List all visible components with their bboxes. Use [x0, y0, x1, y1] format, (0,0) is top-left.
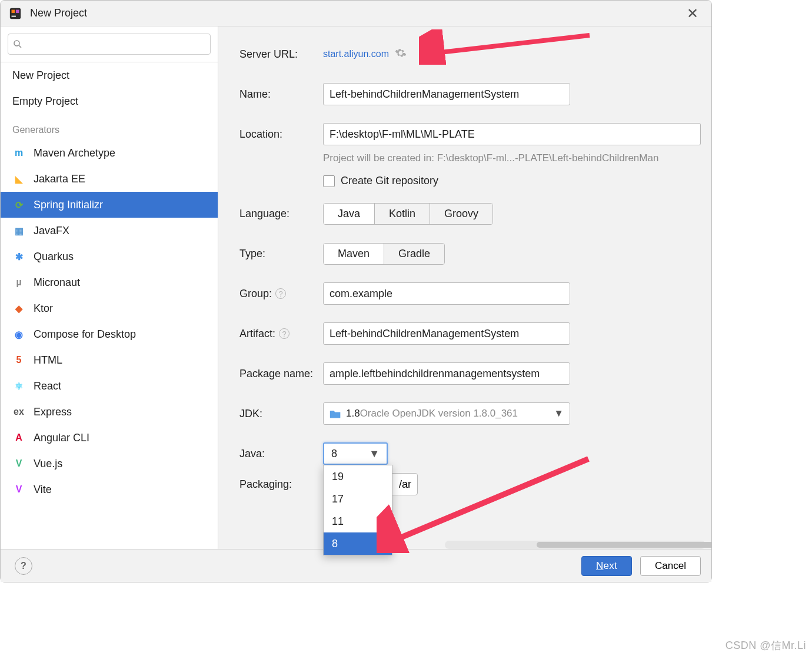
generator-icon: ✱ — [12, 250, 25, 263]
location-hint: Project will be created in: F:\desktop\F… — [323, 152, 701, 164]
svg-line-5 — [19, 45, 21, 48]
search-box — [1, 26, 218, 62]
gear-icon[interactable] — [395, 47, 407, 61]
sidebar-item-jakarta-ee[interactable]: ◣Jakarta EE — [1, 166, 218, 192]
sidebar-item-react[interactable]: ⚛React — [1, 373, 218, 399]
generator-icon: ◣ — [12, 172, 25, 185]
type-opt-maven[interactable]: Maven — [324, 244, 384, 264]
language-label: Language: — [239, 208, 323, 220]
svg-rect-1 — [12, 9, 15, 12]
generator-icon: ex — [12, 405, 25, 418]
type-segment: Maven Gradle — [323, 243, 445, 265]
close-button[interactable]: ✕ — [682, 4, 703, 23]
sidebar-item-label: HTML — [34, 354, 62, 367]
generators-heading: Generators — [1, 114, 218, 140]
artifact-input[interactable] — [323, 322, 570, 345]
packaging-visible-text: /ar — [399, 478, 411, 491]
artifact-label: Artifact: ? — [239, 328, 323, 340]
sidebar-item-vite[interactable]: VVite — [1, 477, 218, 502]
cancel-button[interactable]: Cancel — [640, 556, 701, 576]
sidebar-item-html[interactable]: 5HTML — [1, 347, 218, 373]
name-input[interactable] — [323, 83, 570, 105]
name-label: Name: — [239, 88, 323, 101]
group-label: Group: ? — [239, 288, 323, 300]
generator-icon: V — [12, 457, 25, 470]
location-label: Location: — [239, 128, 323, 141]
sidebar-item-label: Micronaut — [34, 277, 80, 289]
help-button[interactable]: ? — [15, 557, 32, 575]
java-option-11[interactable]: 11 — [324, 510, 392, 532]
java-dropdown-list: 1917118 — [323, 465, 392, 549]
help-icon[interactable]: ? — [279, 328, 289, 339]
server-url-label: Server URL: — [239, 48, 323, 61]
sidebar-item-spring-initializr[interactable]: ⟳Spring Initializr — [1, 192, 218, 218]
sidebar-item-label: React — [34, 380, 61, 392]
sidebar-item-label: Quarkus — [34, 251, 74, 263]
chevron-down-icon: ▼ — [554, 408, 564, 419]
watermark: CSDN @信Mr.Li — [726, 638, 806, 652]
create-git-checkbox[interactable] — [323, 175, 335, 187]
location-input[interactable] — [323, 123, 701, 145]
sidebar-item-label: Jakarta EE — [34, 173, 85, 185]
java-dropdown[interactable]: 8 ▼ — [323, 442, 388, 465]
scrollbar-thumb[interactable] — [537, 542, 711, 548]
dialog-body: New Project Empty Project Generators mMa… — [1, 26, 711, 549]
type-opt-gradle[interactable]: Gradle — [384, 244, 444, 264]
sidebar-item-label: Spring Initializr — [34, 199, 103, 211]
generator-icon: ⟳ — [12, 198, 25, 211]
sidebar-item-angular-cli[interactable]: AAngular CLI — [1, 425, 218, 451]
sidebar-item-express[interactable]: exExpress — [1, 399, 218, 425]
next-button[interactable]: Next — [581, 556, 632, 576]
sidebar-item-compose-for-desktop[interactable]: ◉Compose for Desktop — [1, 321, 218, 347]
sidebar-item-javafx[interactable]: ▦JavaFX — [1, 218, 218, 244]
generator-icon: ◆ — [12, 302, 25, 315]
type-label: Type: — [239, 248, 323, 260]
generator-icon: ▦ — [12, 224, 25, 237]
jdk-label: JDK: — [239, 408, 323, 420]
language-opt-java[interactable]: Java — [324, 204, 374, 224]
sidebar-item-label: Compose for Desktop — [34, 328, 136, 341]
dialog-title: New Project — [30, 7, 682, 19]
create-git-label: Create Git repository — [341, 175, 438, 187]
sidebar-item-vue-js[interactable]: VVue.js — [1, 451, 218, 477]
language-opt-kotlin[interactable]: Kotlin — [374, 204, 430, 224]
sidebar-item-micronaut[interactable]: µMicronaut — [1, 269, 218, 295]
sidebar-item-empty-project[interactable]: Empty Project — [1, 88, 218, 114]
sidebar: New Project Empty Project Generators mMa… — [1, 26, 218, 549]
jdk-dropdown[interactable]: 1.8 Oracle OpenJDK version 1.8.0_361 ▼ — [323, 402, 570, 425]
sidebar-item-label: Maven Archetype — [34, 147, 115, 159]
sidebar-item-label: Vue.js — [34, 458, 62, 470]
java-option-19[interactable]: 19 — [324, 465, 392, 488]
svg-rect-2 — [16, 9, 19, 12]
sidebar-item-label: JavaFX — [34, 225, 69, 237]
jdk-value: Oracle OpenJDK version 1.8.0_361 — [360, 408, 518, 419]
new-project-dialog: New Project ✕ New Project Empty Project … — [0, 0, 712, 582]
language-opt-groovy[interactable]: Groovy — [430, 204, 492, 224]
generator-icon: ⚛ — [12, 379, 25, 392]
package-input[interactable] — [323, 362, 570, 385]
svg-point-4 — [14, 41, 19, 46]
sidebar-item-maven-archetype[interactable]: mMaven Archetype — [1, 140, 218, 166]
sidebar-item-label: Vite — [34, 484, 52, 496]
chevron-down-icon: ▼ — [369, 448, 380, 460]
sidebar-item-new-project[interactable]: New Project — [1, 62, 218, 88]
generator-icon: ◉ — [12, 328, 25, 341]
sidebar-item-ktor[interactable]: ◆Ktor — [1, 295, 218, 321]
sidebar-item-label: Express — [34, 406, 72, 418]
sidebar-item-quarkus[interactable]: ✱Quarkus — [1, 244, 218, 269]
server-url-link[interactable]: start.aliyun.com — [323, 49, 389, 59]
jdk-prefix: 1.8 — [346, 408, 360, 419]
titlebar: New Project ✕ — [1, 1, 711, 26]
horizontal-scrollbar[interactable] — [445, 541, 705, 549]
generator-icon: A — [12, 431, 25, 444]
sidebar-item-label: Empty Project — [12, 95, 78, 108]
java-option-17[interactable]: 17 — [324, 488, 392, 510]
sidebar-item-label: Angular CLI — [34, 432, 89, 444]
help-icon[interactable]: ? — [275, 288, 286, 299]
group-input[interactable] — [323, 282, 570, 305]
search-input[interactable] — [8, 34, 211, 55]
java-option-8[interactable]: 8 — [324, 532, 392, 549]
package-label: Package name: — [239, 368, 323, 380]
generator-icon: 5 — [12, 354, 25, 367]
search-icon — [12, 39, 23, 49]
